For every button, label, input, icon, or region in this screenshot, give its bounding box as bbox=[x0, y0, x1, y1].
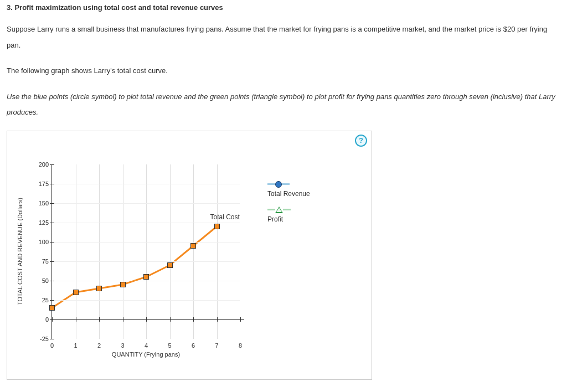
x-tick-label: 0 bbox=[50, 342, 54, 351]
legend-profit[interactable]: Profit bbox=[267, 207, 310, 223]
x-tick-label: 6 bbox=[192, 342, 195, 351]
legend-tr-label: Total Revenue bbox=[267, 190, 310, 198]
question-heading: 3. Profit maximization using total cost … bbox=[7, 3, 560, 12]
total-cost-point[interactable] bbox=[190, 243, 196, 249]
y-axis-label: TOTAL COST AND REVENUE (Dollars) bbox=[17, 198, 23, 305]
total-cost-point[interactable] bbox=[167, 262, 173, 268]
x-tick-label: 2 bbox=[97, 342, 101, 351]
x-tick-label: 7 bbox=[215, 342, 218, 351]
y-tick-label: 100 bbox=[33, 239, 49, 245]
y-tick-label: 125 bbox=[33, 219, 49, 226]
help-icon[interactable]: ? bbox=[355, 135, 367, 147]
total-cost-point[interactable] bbox=[143, 274, 149, 280]
legend-total-revenue[interactable]: Total Revenue bbox=[267, 181, 310, 198]
x-tick-label: 1 bbox=[74, 342, 77, 351]
y-tick-label: 150 bbox=[33, 200, 49, 207]
total-cost-point[interactable] bbox=[49, 305, 55, 311]
total-cost-point[interactable] bbox=[120, 282, 126, 287]
circle-icon bbox=[275, 181, 282, 188]
legend-tr-symbol bbox=[267, 181, 290, 188]
problem-paragraph-2: The following graph shows Larry's total … bbox=[7, 63, 560, 79]
total-cost-series-label: Total Cost bbox=[210, 213, 240, 221]
graph-panel[interactable]: ? QUANTITY (Frying pans) TOTAL COST AND … bbox=[7, 131, 372, 380]
problem-paragraph-1: Suppose Larry runs a small business that… bbox=[7, 22, 560, 53]
total-cost-point[interactable] bbox=[96, 286, 102, 291]
triangle-icon bbox=[275, 207, 283, 213]
y-tick-label: -25 bbox=[33, 336, 49, 342]
legend-palette: Total Revenue Profit bbox=[267, 181, 310, 229]
y-tick-label: 200 bbox=[33, 161, 49, 168]
x-tick-label: 8 bbox=[239, 342, 242, 351]
y-tick-label: 25 bbox=[33, 297, 49, 303]
x-tick-label: 5 bbox=[168, 342, 171, 351]
x-axis-label: QUANTITY (Frying pans) bbox=[112, 351, 180, 361]
x-tick-label: 4 bbox=[145, 342, 148, 351]
legend-profit-symbol bbox=[267, 207, 291, 213]
plot-area[interactable]: QUANTITY (Frying pans) TOTAL COST AND RE… bbox=[51, 164, 240, 339]
total-cost-point[interactable] bbox=[214, 224, 220, 229]
total-cost-line bbox=[52, 226, 217, 308]
instructions-paragraph: Use the blue points (circle symbol) to p… bbox=[7, 89, 560, 121]
legend-profit-label: Profit bbox=[267, 215, 283, 223]
y-tick-label: 50 bbox=[33, 277, 49, 284]
total-cost-point[interactable] bbox=[73, 290, 79, 295]
y-tick-label: 75 bbox=[33, 258, 49, 265]
y-tick-label: 0 bbox=[33, 316, 49, 323]
x-tick-label: 3 bbox=[121, 342, 124, 351]
y-tick-label: 175 bbox=[33, 180, 49, 187]
